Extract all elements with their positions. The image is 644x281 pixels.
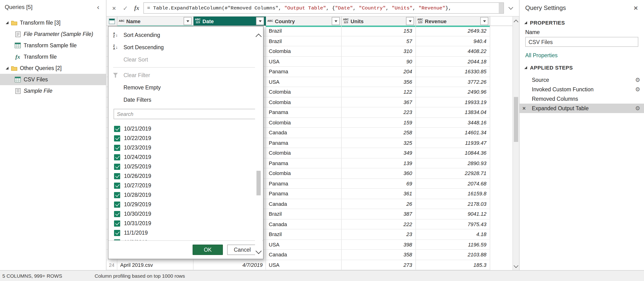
filter-dropdown-icon[interactable] (256, 17, 264, 25)
cell-revenue[interactable]: 4408.22 (416, 46, 490, 56)
cell-country[interactable]: Canada (266, 199, 342, 209)
cell-country[interactable]: Brazil (266, 230, 342, 240)
checkbox-checked-icon[interactable] (114, 239, 120, 240)
checkbox-checked-icon[interactable] (114, 182, 120, 188)
applied-steps-section-header[interactable]: APPLIED STEPS (520, 58, 644, 72)
cell-revenue[interactable]: 16330.85 (416, 67, 490, 77)
cell-country[interactable]: USA (266, 77, 342, 87)
tree-item-sample-file[interactable]: Sample File (0, 85, 106, 96)
cell-units[interactable]: 358 (342, 250, 416, 260)
filter-dropdown-icon[interactable] (332, 17, 340, 25)
cell-revenue[interactable]: 2490.96 (416, 87, 490, 97)
expanded-arrow-icon[interactable] (6, 67, 8, 70)
column-header-country[interactable]: ABC Country (266, 16, 342, 26)
column-header-date-selected[interactable]: ABC123 Date (194, 16, 266, 26)
filter-value-item[interactable]: 10/24/2019 (114, 152, 263, 162)
cell-country[interactable]: Panama (266, 158, 342, 168)
cell-units[interactable]: 349 (342, 148, 416, 158)
cell-revenue[interactable]: 1196.59 (416, 240, 490, 250)
scroll-down-icon[interactable] (255, 248, 262, 256)
filter-list-scrollbar[interactable] (255, 28, 262, 258)
cell-units[interactable]: 325 (342, 138, 416, 148)
tree-item-transform-file[interactable]: fx Transform file (0, 51, 106, 62)
cell-units[interactable]: 356 (342, 77, 416, 87)
tree-folder-transform-file[interactable]: Transform file [3] (0, 17, 106, 28)
filter-search-input[interactable] (114, 109, 258, 119)
checkbox-checked-icon[interactable] (114, 144, 120, 151)
cell-units[interactable]: 69 (342, 178, 416, 189)
filter-value-item[interactable]: 11/2/2019 (114, 238, 263, 240)
cell-revenue[interactable]: 2890.93 (416, 158, 490, 168)
grid-vertical-scrollbar[interactable] (512, 16, 519, 270)
cell-revenue[interactable]: 9041.12 (416, 209, 490, 219)
cancel-button[interactable]: Cancel (227, 244, 258, 255)
cell-country[interactable]: Canada (266, 219, 342, 230)
cell-revenue[interactable]: 4.18 (416, 230, 490, 240)
filter-value-item[interactable]: 10/27/2019 (114, 181, 263, 190)
tree-item-csv-files-selected[interactable]: CSV Files (0, 74, 106, 85)
delete-step-icon[interactable]: × (522, 106, 526, 111)
cell-units[interactable]: 367 (342, 97, 416, 108)
cell-revenue[interactable]: 13834.04 (416, 108, 490, 118)
cell-units[interactable]: 153 (342, 26, 416, 36)
menu-item-sort-descending[interactable]: ZA↓ Sort Descending (108, 41, 263, 54)
cell-units[interactable]: 159 (342, 118, 416, 128)
cell-units[interactable]: 310 (342, 46, 416, 56)
query-name-input[interactable] (525, 37, 638, 47)
filter-value-item[interactable]: 10/30/2019 (114, 209, 263, 218)
cell-country[interactable]: Colombia (266, 148, 342, 158)
cell-revenue[interactable]: 185.3 (416, 260, 490, 270)
cell-country[interactable]: Panama (266, 178, 342, 189)
cell-revenue[interactable]: 19933.19 (416, 97, 490, 108)
column-header-name[interactable]: ABC Name (117, 16, 194, 26)
cell-country[interactable]: Colombia (266, 97, 342, 108)
cell-units[interactable]: 360 (342, 168, 416, 178)
menu-item-sort-ascending[interactable]: AZ↓ Sort Ascending (108, 29, 263, 41)
scroll-up-icon[interactable] (255, 31, 262, 40)
formula-input[interactable]: = Table.ExpandTableColumn(#"Removed Colu… (143, 2, 504, 14)
cell-country[interactable]: Canada (266, 128, 342, 138)
cell-revenue[interactable]: 2044.18 (416, 56, 490, 67)
cell-country[interactable]: Colombia (266, 87, 342, 97)
checkbox-checked-icon[interactable] (114, 211, 120, 217)
cell-date[interactable]: 4/7/2019 (194, 260, 266, 270)
filter-value-item[interactable]: 10/29/2019 (114, 200, 263, 209)
ok-button[interactable]: OK (192, 244, 223, 255)
cell-revenue[interactable]: 16159.8 (416, 189, 490, 199)
cell-country[interactable]: USA (266, 260, 342, 270)
cell-country[interactable]: Brazil (266, 36, 342, 46)
menu-item-date-filters[interactable]: Date Filters (108, 94, 263, 106)
scrollbar-thumb[interactable] (256, 170, 261, 195)
cell-revenue[interactable]: 2649.32 (416, 26, 490, 36)
select-all-corner[interactable] (106, 16, 117, 26)
checkbox-checked-icon[interactable] (114, 154, 120, 160)
checkbox-checked-icon[interactable] (114, 173, 120, 179)
tree-folder-other-queries[interactable]: Other Queries [2] (0, 62, 106, 74)
cell-units[interactable]: 387 (342, 209, 416, 219)
collapse-pane-icon[interactable]: ‹ (95, 5, 101, 10)
cell-units[interactable]: 90 (342, 56, 416, 67)
tree-item-file-parameter[interactable]: File Parameter (Sample File) (0, 28, 106, 40)
cell-units[interactable]: 361 (342, 189, 416, 199)
cell-revenue[interactable]: 22928.71 (416, 168, 490, 178)
filter-value-item[interactable]: 10/31/2019 (114, 218, 263, 228)
expanded-arrow-icon[interactable] (6, 21, 8, 24)
checkbox-checked-icon[interactable] (114, 220, 120, 226)
cell-revenue[interactable]: 11939.47 (416, 138, 490, 148)
cell-revenue[interactable]: 2074.68 (416, 178, 490, 189)
cancel-formula-icon[interactable]: × (109, 3, 119, 13)
cell-revenue[interactable]: 3448.16 (416, 118, 490, 128)
cell-units[interactable]: 57 (342, 36, 416, 46)
all-properties-link[interactable]: All Properties (520, 47, 644, 58)
column-header-revenue[interactable]: ABC123 Revenue (416, 16, 490, 26)
cell-country[interactable]: USA (266, 240, 342, 250)
gear-icon[interactable]: ⚙ (635, 86, 640, 92)
cell-revenue[interactable]: 940.4 (416, 36, 490, 46)
cell-units[interactable]: 258 (342, 128, 416, 138)
column-header-units[interactable]: ABC123 Units (342, 16, 416, 26)
cell-country[interactable]: Colombia (266, 118, 342, 128)
cell-units[interactable]: 223 (342, 108, 416, 118)
step-expanded-output-table-selected[interactable]: × Expanded Output Table ⚙ (520, 104, 644, 113)
scrollbar-thumb[interactable] (514, 97, 518, 142)
cell-name[interactable]: April 2019.csv (117, 260, 194, 270)
